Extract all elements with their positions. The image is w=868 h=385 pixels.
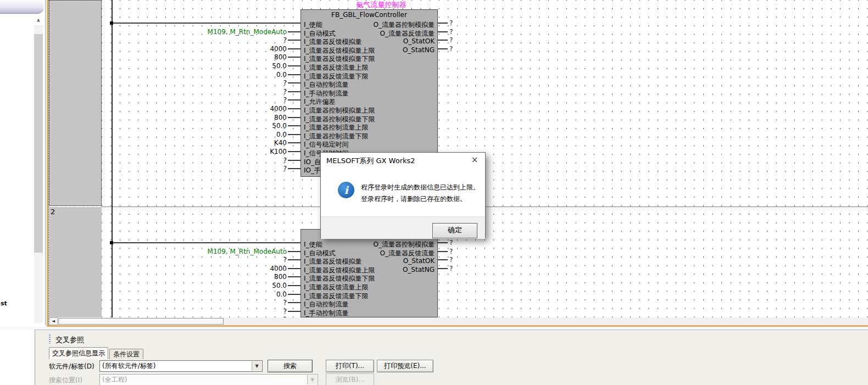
fb-instance-block[interactable]: FB_GBL_FlowControllerI_使能O_流量器控制模拟量I_自动模… [301,229,438,317]
search-location-value: (全工程) [102,376,127,383]
left-panel-header-fragment [0,0,43,14]
pin-wire [288,117,301,118]
pin-wire [438,48,448,49]
device-combobox[interactable]: (所有软元件/标签) ▼ [99,360,263,372]
pin-wire [288,268,301,269]
panel-grip-icon[interactable] [49,334,51,344]
tab-cross-reference-info[interactable]: 交叉参照信息显示 [49,347,108,359]
operand-value[interactable]: ? [166,79,287,87]
gx-works2-screen: st ∧ 2 氨气流量控制器 ◄ FB_GBL_FlowControllerI_… [0,0,868,385]
scroll-left-icon[interactable]: ◄ [49,317,58,325]
operand-value[interactable]: K100 [166,148,287,155]
fb-input-pin-label: I_自动控制流量 [304,80,349,90]
fb-output-pin-label: O_流量器反馈流量 [380,249,435,258]
rung-comment[interactable]: 氨气流量控制器 [335,0,428,10]
pin-wire [288,65,301,66]
operand-value[interactable]: 800 [166,53,287,61]
fb-input-pin-label: I_自动模式 [304,29,336,38]
rung-wire [112,242,301,243]
fb-input-pin-label: I_流量器反馈模拟量下限 [304,54,375,64]
print-button[interactable]: 打印(T)... [326,360,374,372]
operand-value[interactable]: ? [166,36,287,44]
search-button[interactable]: 搜索 [268,360,313,372]
fb-input-pin-label: I_流量器控制模拟量上限 [304,106,375,115]
operand-value[interactable]: ? [166,157,287,164]
wire-junction [110,21,113,25]
rung-2-margin[interactable]: 2 [49,207,102,317]
dialog-message-line1: 程序登录时生成的数据信息已达到上限。 [361,183,480,192]
fb-input-pin-label: I_手动控制流量 [304,89,349,98]
tab-condition-settings[interactable]: 条件设置 [109,349,143,359]
fb-input-pin-label: I_流量器反馈模拟量上限 [304,266,375,275]
chevron-down-icon: ▼ [307,375,317,384]
rung-1-margin-selected[interactable] [49,0,102,206]
search-location-label: 搜索位置(I) [49,376,82,385]
pin-wire [288,259,301,260]
close-icon[interactable]: × [464,153,485,168]
editor-horizontal-scrollbar[interactable]: ◄ [49,317,868,325]
cross-reference-panel-title: 交叉参照 [55,335,84,345]
operand-value[interactable]: K40 [166,139,287,147]
left-panel-scrollbar-thumb[interactable] [34,34,43,253]
output-operand-value[interactable]: ? [449,36,460,44]
editor-horizontal-scrollbar-thumb[interactable] [58,318,224,325]
operand-value[interactable]: 4000 [166,105,287,113]
fb-output-pin-label: O_流量器控制模拟量 [374,20,435,30]
fb-input-pin-label: I_使能 [304,240,322,249]
operand-value[interactable]: 50.0 [166,122,287,130]
fb-output-pin-label: O_StatNG [403,46,435,54]
output-operand-value[interactable]: ? [449,239,460,247]
operand-value[interactable]: 800 [166,273,287,281]
pin-wire [288,40,301,41]
pin-wire [288,302,301,303]
operand-value[interactable]: 50.0 [166,282,287,289]
fb-input-pin-label: I_自动控制流量 [304,300,349,309]
operand-value[interactable]: ? [166,308,287,315]
operand-value[interactable]: 0.0 [166,71,287,79]
output-operand-value[interactable]: ? [449,265,460,272]
fb-output-pin-label: O_StatNG [403,266,435,274]
operand-value[interactable]: M109, M_Rtn_ModeAuto [166,28,287,36]
device-combobox-value: (所有软元件/标签) [102,362,155,370]
fb-input-pin-label: I_信号稳定时间 [304,140,349,149]
output-operand-value[interactable]: ? [449,45,460,53]
operand-value[interactable]: ? [166,299,287,306]
wire-junction [110,241,113,244]
dialog-title: MELSOFT系列 GX Works2 [326,156,415,166]
operand-value[interactable]: M109, M_Rtn_ModeAuto [166,248,287,255]
operand-value[interactable]: ? [166,256,287,264]
info-icon: i [338,182,354,198]
chevron-down-icon[interactable]: ▼ [252,361,261,371]
operand-value[interactable]: 800 [166,114,287,121]
operand-value[interactable]: 50.0 [166,62,287,70]
pin-wire [288,160,301,161]
scroll-up-icon[interactable]: ∧ [34,15,43,26]
pin-wire [288,91,301,92]
fb-input-pin-label: I_流量器反馈流量上限 [304,283,369,292]
output-operand-value[interactable]: ? [449,248,460,255]
operand-value[interactable]: 0.0 [166,291,287,298]
operand-value[interactable]: ? [166,88,287,96]
fb-input-pin-label: I_流量器反馈流量下限 [304,292,369,301]
fb-input-pin-label: I_流量器反馈流量下限 [304,72,369,81]
pin-wire [438,259,448,260]
output-operand-value[interactable]: ? [449,256,460,264]
output-operand-value[interactable]: ? [449,19,460,27]
fb-input-pin-label: I_流量器反馈模拟量 [304,37,362,47]
pin-wire [288,151,301,152]
operand-value[interactable]: 0.0 [166,131,287,138]
pin-wire [288,74,301,75]
operand-value[interactable]: 4000 [166,265,287,272]
pin-wire [288,31,301,32]
print-preview-button[interactable]: 打印预览(E)... [377,360,433,372]
operand-value[interactable]: 4000 [166,45,287,53]
operand-value[interactable]: ? [166,96,287,104]
ok-button[interactable]: 确定 [432,223,477,238]
pin-wire [288,57,301,58]
pin-wire [438,242,448,243]
dialog-message-line2: 登录程序时，请删除已存在的数据。 [361,194,466,204]
operand-value[interactable]: ? [166,165,287,172]
fb-input-pin-label: I_允许偏差 [304,97,336,107]
pin-wire [288,294,301,295]
output-operand-value[interactable]: ? [449,28,460,36]
